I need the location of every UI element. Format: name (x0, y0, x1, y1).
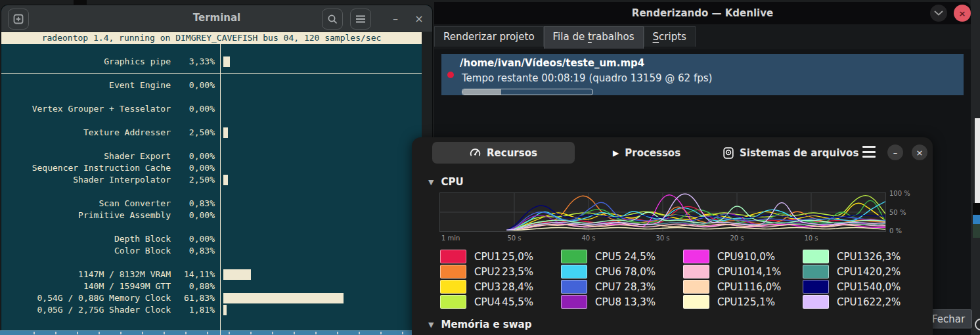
cpu-name: CPU8 (595, 296, 621, 308)
terminal-blank-line (1, 44, 422, 56)
cpu-history-chart (440, 193, 885, 231)
minimize-button[interactable]: – (386, 9, 405, 28)
cpu-legend-item: CPU1540,0% (803, 279, 895, 294)
job-progress-fill (462, 89, 501, 95)
search-button[interactable] (322, 9, 343, 30)
cpu-color-swatch (803, 265, 829, 279)
terminal-blank-line (1, 115, 422, 127)
kdenlive-title: Renderizando — Kdenlive (434, 7, 971, 19)
job-progress-bar (462, 89, 593, 95)
cpu-legend-item: CPU125,1% (683, 294, 803, 309)
tab-recursos[interactable]: Recursos (432, 142, 575, 164)
cpu-section-header[interactable]: ▼ CPU (428, 176, 464, 188)
cpu-legend-item: CPU910,0% (683, 249, 803, 264)
close-button[interactable]: × (409, 9, 429, 28)
stat-value: 0,00% (171, 210, 215, 221)
radeontop-banner: radeontop 1.4, running on DIMGREY_CAVEFI… (1, 32, 422, 44)
terminal-window: Terminal – × radeontop 1.4, running on D… (1, 5, 432, 330)
cpu-legend-item: CPU445,5% (440, 294, 561, 309)
x-tick-10s: 10 s (804, 234, 818, 242)
cpu-percent: 16,0% (750, 281, 782, 293)
radeontop-stat-row: 0,05G / 2,75G Shader Clock1,81% (1, 304, 422, 316)
cpu-legend-item: CPU1014,1% (683, 264, 803, 279)
job-status-dot (447, 72, 454, 78)
radeontop-stat-row: 0,54G / 0,88G Memory Clock61,83% (1, 292, 422, 304)
menu-button[interactable] (350, 9, 371, 30)
cpu-color-swatch (803, 280, 829, 294)
cpu-name: CPU13 (837, 251, 870, 263)
edge-green-strip (973, 224, 980, 238)
cpu-percent: 40,0% (870, 281, 901, 293)
tab-sistemas-de-arquivos[interactable]: Sistemas de arquivos (723, 142, 858, 164)
window-shade-button[interactable] (930, 5, 947, 22)
cpu-percent: 78,0% (624, 266, 656, 278)
stat-label: Shader Interpolator (1, 174, 171, 186)
cpu-name: CPU10 (717, 266, 750, 278)
stat-label: 140M / 15949M GTT (1, 280, 171, 292)
job-file-path: /home/ivan/Vídeos/teste_um.mp4 (460, 57, 644, 69)
expander-triangle-icon: ▼ (428, 178, 434, 187)
radeontop-stat-row: Graphics pipe3,33% (1, 56, 422, 68)
cpu-percent: 13,3% (624, 296, 656, 308)
cpu-name: CPU15 (837, 281, 870, 293)
memory-section-label: Memória e swap (441, 319, 531, 330)
cpu-legend-item: CPU1116,0% (683, 279, 803, 294)
terminal-bar-axis (220, 41, 221, 335)
stat-value: 2,50% (171, 174, 215, 186)
system-monitor-window: Recursos ▶ Processos Sistemas de arquivo… (412, 137, 933, 335)
radeontop-stat-row: Primitive Assembly0,00% (1, 210, 422, 221)
cpu-legend: CPU125,0%CPU223,5%CPU328,4%CPU445,5%CPU5… (440, 249, 895, 309)
tab-label: Processos (625, 147, 680, 159)
cpu-percent: 28,3% (624, 281, 656, 293)
expander-triangle-icon: ▼ (428, 321, 434, 329)
y-tick-0: 0 % (889, 227, 902, 234)
ruler-ticks (13, 332, 434, 334)
close-icon: × (916, 148, 924, 158)
x-tick-50s: 50 s (507, 234, 521, 242)
terminal-titlebar: Terminal – × (1, 5, 432, 32)
tab-processos[interactable]: ▶ Processos (613, 142, 680, 164)
cpu-section-label: CPU (441, 176, 463, 188)
render-job-item[interactable]: /home/ivan/Vídeos/teste_um.mp4 Tempo res… (441, 54, 964, 95)
monitor-close-button[interactable]: × (912, 145, 927, 160)
terminal-blank-line (1, 257, 422, 269)
stat-label: Sequencer Instruction Cache (1, 162, 171, 174)
cpu-color-swatch (803, 250, 829, 263)
stat-value: 0,00% (171, 103, 215, 115)
cpu-percent: 14,1% (750, 266, 782, 278)
stat-bar (223, 127, 228, 138)
cpu-percent: 23,5% (502, 266, 533, 278)
monitor-menu-button[interactable] (862, 146, 876, 158)
terminal-separator-line (1, 68, 422, 79)
stat-value: 0,00% (171, 162, 215, 174)
radeontop-stat-row: Vertex Grouper + Tesselator0,00% (1, 103, 422, 115)
background-window-edge (971, 0, 980, 335)
terminal-blank-line (1, 91, 422, 103)
disk-icon (723, 147, 734, 159)
radeontop-stat-row: Color Block0,83% (1, 245, 422, 257)
hamburger-icon (355, 14, 366, 24)
monitor-minimize-button[interactable]: – (887, 145, 903, 160)
stat-bar (223, 56, 230, 67)
cpu-percent: 24,5% (624, 251, 656, 263)
edge-partial-circle (975, 319, 980, 330)
stat-bar (223, 293, 344, 303)
cpu-percent: 28,4% (502, 281, 533, 293)
terminal-blank-line (1, 221, 422, 233)
cpu-percent: 20,2% (870, 266, 901, 278)
kdenlive-tab-scripts[interactable]: Scripts (644, 26, 696, 47)
cpu-color-swatch (683, 265, 709, 279)
kdenlive-tab-renderizar-projeto[interactable]: Renderizar projeto (434, 26, 544, 47)
y-tick-50: 50 % (889, 209, 906, 216)
cpu-name: CPU2 (474, 266, 501, 278)
stat-label: 1147M / 8132M VRAM (1, 269, 171, 280)
cpu-name: CPU4 (474, 296, 501, 308)
cpu-line-cpu12 (507, 228, 885, 231)
kdenlive-titlebar: Renderizando — Kdenlive × (434, 2, 971, 24)
kdenlive-close-button[interactable]: × (954, 5, 971, 22)
memory-section-header[interactable]: ▼ Memória e swap (428, 319, 531, 330)
edge-blue-strip (973, 215, 980, 224)
cpu-percent: 45,5% (502, 296, 533, 308)
cpu-legend-item: CPU813,3% (561, 294, 683, 309)
kdenlive-tab-fila-de-trabalhos[interactable]: Fila de trabalhos (544, 26, 644, 49)
